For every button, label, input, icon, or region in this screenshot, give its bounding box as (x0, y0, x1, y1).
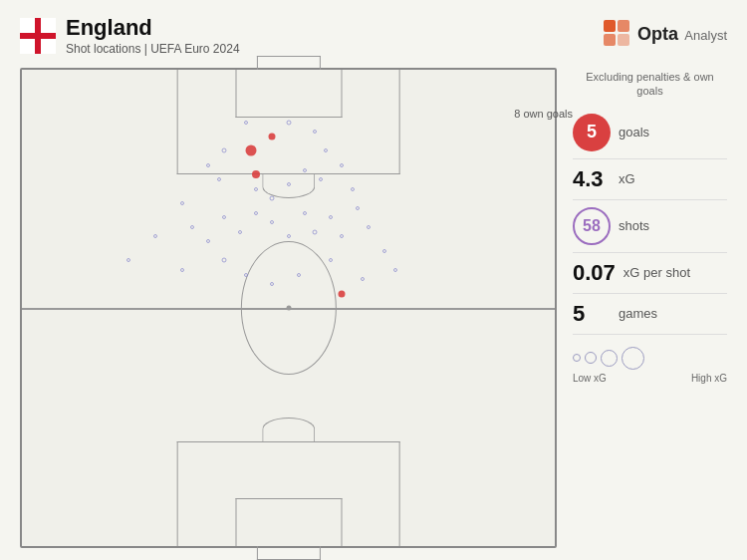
shot-dot (222, 215, 226, 219)
center-dot (286, 306, 291, 311)
xg-per-shot-stat-row: 0.07 xG per shot (573, 253, 727, 294)
shot-dot (287, 234, 291, 238)
opta-brand: Opta Analyst (637, 24, 727, 45)
xg-per-shot-label: xG per shot (623, 265, 690, 280)
shot-dot (180, 268, 184, 272)
legend-labels: Low xG High xG (573, 373, 727, 384)
shot-dot (393, 268, 397, 272)
shot-dot (270, 196, 275, 201)
legend-dot-2 (585, 352, 597, 364)
shot-dot (190, 225, 194, 229)
legend-high-xg: High xG (691, 373, 727, 384)
shot-dot (303, 211, 307, 215)
legend-circles (573, 347, 727, 370)
svg-rect-4 (618, 20, 629, 32)
shot-dot (126, 258, 130, 262)
shot-dot (329, 258, 333, 262)
shot-dot (222, 258, 227, 263)
shot-dot (340, 234, 344, 238)
goal-box-top (256, 56, 320, 70)
legend-dot-3 (601, 350, 618, 367)
shot-dot (252, 170, 260, 178)
title-block: England Shot locations | UEFA Euro 2024 (66, 16, 240, 56)
legend: Low xG High xG (573, 347, 727, 384)
team-name: England (66, 16, 240, 40)
games-label: games (619, 306, 657, 321)
goal-box-bottom (256, 546, 320, 560)
shot-dot (217, 177, 221, 181)
games-value: 5 (573, 301, 611, 327)
shots-circle: 58 (573, 207, 611, 245)
header-left: England Shot locations | UEFA Euro 2024 (20, 16, 240, 56)
shot-dot (270, 220, 274, 224)
shot-dot (351, 187, 355, 191)
shot-dot (254, 187, 258, 191)
xg-per-shot-value: 0.07 (573, 260, 616, 286)
shot-dot (340, 163, 344, 167)
shot-dot (222, 148, 227, 153)
opta-logo: Opta Analyst (604, 20, 727, 48)
shot-dot (244, 273, 248, 277)
legend-dot-4 (622, 347, 644, 370)
shot-dot (319, 177, 323, 181)
goals-value: 5 (587, 122, 597, 142)
shot-dot (367, 225, 371, 229)
shot-dot (246, 145, 257, 156)
shot-dot (324, 148, 328, 152)
excl-note: Excluding penalties & own goals (573, 70, 727, 99)
games-stat-row: 5 games (573, 294, 727, 335)
shot-dot (238, 230, 242, 234)
stats-panel: Excluding penalties & own goals 5 goals … (573, 68, 727, 548)
shots-stat-row: 58 shots (573, 200, 727, 253)
shot-dot (270, 282, 274, 286)
shot-dot (206, 163, 210, 167)
shots-value: 58 (583, 217, 601, 235)
goals-circle: 5 (573, 114, 611, 151)
shot-dot (313, 229, 318, 234)
svg-rect-2 (20, 33, 56, 39)
pitch-wrapper (20, 68, 557, 548)
england-flag-icon (20, 18, 56, 54)
shot-dot (180, 201, 184, 205)
svg-rect-6 (618, 34, 629, 46)
subtitle: Shot locations | UEFA Euro 2024 (66, 42, 240, 56)
shot-dot (382, 249, 386, 253)
header: England Shot locations | UEFA Euro 2024 … (20, 16, 727, 56)
main-content: Excluding penalties & own goals 5 goals … (20, 68, 727, 548)
own-goals-note: 8 own goals (514, 108, 573, 120)
shot-dot (356, 206, 360, 210)
legend-low-xg: Low xG (573, 373, 607, 384)
goals-stat-row: 5 goals (573, 107, 727, 159)
shot-dot (244, 121, 248, 125)
shot-dot (206, 239, 210, 243)
shot-dot (269, 134, 276, 140)
pitch (20, 68, 557, 548)
shot-dot (254, 211, 258, 215)
shot-dot (297, 273, 301, 277)
main-container: England Shot locations | UEFA Euro 2024 … (0, 0, 747, 560)
shot-dot (329, 215, 333, 219)
shot-dot (313, 130, 317, 134)
shot-dot (287, 182, 291, 186)
shot-dot (286, 120, 291, 125)
svg-rect-5 (604, 34, 616, 46)
opta-subname: Analyst (684, 28, 727, 43)
shots-label: shots (619, 218, 649, 233)
shot-dot (361, 277, 365, 281)
xg-value: 4.3 (573, 166, 611, 192)
xg-stat-row: 4.3 xG (573, 159, 727, 200)
penalty-arc-top (262, 174, 316, 198)
shot-dot (339, 290, 346, 297)
opta-logo-icon (604, 20, 631, 48)
goals-label: goals (619, 125, 649, 140)
penalty-arc-bottom (262, 418, 316, 441)
goal-area-bottom (235, 498, 342, 546)
xg-label: xG (619, 171, 635, 186)
opta-name: Opta (637, 24, 678, 44)
shot-dot (153, 234, 157, 238)
legend-dot-1 (573, 354, 581, 362)
shot-dot (303, 168, 307, 172)
svg-rect-3 (604, 20, 616, 32)
goal-area-top (235, 70, 342, 118)
